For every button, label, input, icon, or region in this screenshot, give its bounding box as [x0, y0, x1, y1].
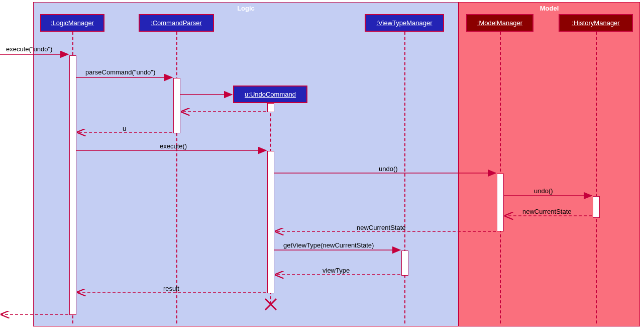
msg-execute2: execute(): [160, 142, 187, 150]
activation-undo-command-create: [267, 103, 274, 112]
frame-model-title: Model: [540, 5, 559, 12]
lifeline-view-type-manager: [404, 32, 405, 323]
msg-new-current-state1: newCurrentState: [522, 208, 572, 215]
msg-get-view-type: getViewType(newCurrentState): [283, 241, 374, 249]
destroy-icon: [264, 298, 277, 311]
msg-new-current-state2: newCurrentState: [357, 224, 406, 231]
activation-view-type-manager: [401, 251, 408, 276]
frame-model: Model: [459, 2, 640, 326]
msg-u-return: u: [123, 125, 126, 132]
msg-view-type: viewType: [323, 267, 350, 274]
participant-model-manager: :ModelManager: [466, 14, 533, 32]
participant-view-type-manager: :ViewTypeManager: [365, 14, 444, 32]
msg-undo2: undo(): [534, 187, 553, 195]
msg-undo1: undo(): [379, 165, 398, 173]
activation-command-parser: [173, 78, 180, 133]
lifeline-history-manager: [596, 32, 597, 323]
frame-logic: Logic: [33, 2, 459, 326]
activation-undo-command-exec: [267, 151, 274, 293]
frame-logic-title: Logic: [237, 5, 255, 12]
msg-execute-undo: execute("undo"): [6, 45, 52, 53]
msg-result: result: [163, 285, 179, 292]
participant-history-manager: :HistoryManager: [559, 14, 633, 32]
participant-undo-command: u:UndoCommand: [233, 86, 307, 103]
participant-logic-manager: :LogicManager: [40, 14, 104, 32]
lifeline-command-parser: [176, 32, 177, 323]
activation-logic-manager: [69, 55, 76, 315]
activation-history-manager: [593, 196, 600, 218]
activation-model-manager: [497, 174, 504, 231]
msg-parse-command: parseCommand("undo"): [85, 68, 155, 76]
participant-command-parser: :CommandParser: [139, 14, 214, 32]
